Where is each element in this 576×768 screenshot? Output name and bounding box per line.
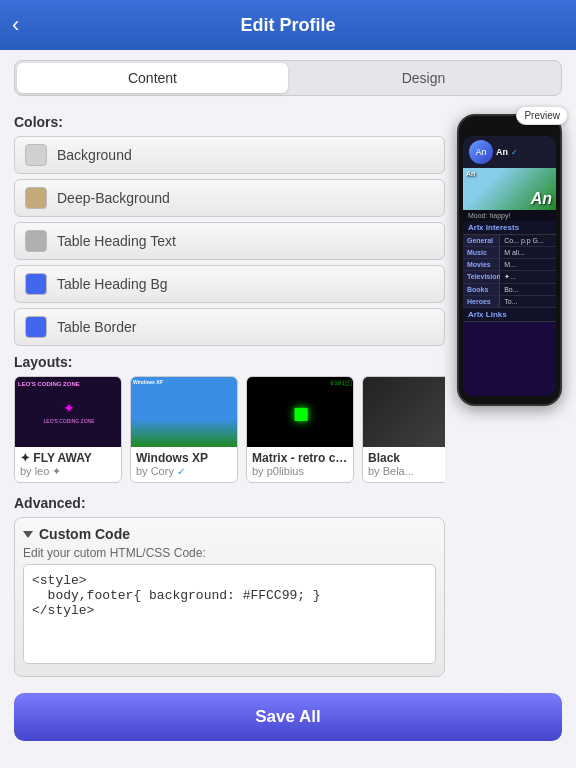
phone-notch	[490, 124, 530, 132]
layout-name-winxp: Windows XP	[136, 451, 232, 465]
ps-banner: An An	[463, 168, 556, 210]
layout-thumb-black	[363, 377, 445, 447]
table-row: Heroes To...	[463, 296, 556, 308]
color-name-table-border: Table Border	[57, 319, 136, 335]
layout-author-black: by Bela...	[368, 465, 445, 477]
ps-links-title: Arīx Links	[463, 308, 556, 322]
color-name-table-heading-text: Table Heading Text	[57, 233, 176, 249]
table-cell-key: Movies	[463, 259, 500, 270]
layout-thumb-winxp	[131, 377, 238, 447]
table-cell-key: General	[463, 235, 500, 246]
colors-label: Colors:	[14, 114, 445, 130]
left-panel: Colors: Background Deep-Background Table…	[14, 106, 445, 685]
table-cell-val: Co... p.p G...	[500, 235, 556, 246]
table-row: Television ✦...	[463, 271, 556, 284]
layout-name-black: Black	[368, 451, 445, 465]
code-editor[interactable]: <style> body,footer{ background: #FFCC99…	[23, 564, 436, 664]
layouts-list: ✦ LEO'S CODING ZONE ✦ FLY AWAY by leo ✦ …	[14, 376, 445, 487]
color-swatch-table-border	[25, 316, 47, 338]
color-row-table-heading-text[interactable]: Table Heading Text	[14, 222, 445, 260]
color-row-deep-background[interactable]: Deep-Background	[14, 179, 445, 217]
table-row: Books Bo...	[463, 284, 556, 296]
table-row: Movies M...	[463, 259, 556, 271]
triangle-icon	[23, 531, 33, 538]
tab-bar: Content Design	[14, 60, 562, 96]
layout-card-black[interactable]: Black by Bela...	[362, 376, 445, 483]
ps-verified-icon: ✓	[511, 148, 518, 157]
ps-profile-header: An An ✓	[463, 136, 556, 168]
layout-name-fly-away: ✦ FLY AWAY	[20, 451, 116, 465]
advanced-label: Advanced:	[14, 495, 445, 511]
table-row: Music M ali...	[463, 247, 556, 259]
ps-banner-text: An	[531, 190, 552, 208]
layout-thumb-matrix: ■	[247, 377, 354, 447]
header: ‹ Edit Profile	[0, 0, 576, 50]
preview-button[interactable]: Preview	[516, 106, 568, 125]
phone-screen: An An ✓ An An Mood: happy! Arīx Interest…	[463, 136, 556, 396]
layout-name-matrix: Matrix - retro computer with green CRT	[252, 451, 348, 465]
back-button[interactable]: ‹	[12, 12, 19, 38]
table-cell-key: Music	[463, 247, 500, 258]
color-row-background[interactable]: Background	[14, 136, 445, 174]
custom-code-title: Custom Code	[39, 526, 130, 542]
color-name-background: Background	[57, 147, 132, 163]
save-all-button[interactable]: Save All	[14, 693, 562, 741]
tab-content[interactable]: Content	[17, 63, 288, 93]
layout-card-fly-away[interactable]: ✦ LEO'S CODING ZONE ✦ FLY AWAY by leo ✦	[14, 376, 122, 483]
layouts-label: Layouts:	[14, 354, 445, 370]
color-row-table-heading-bg[interactable]: Table Heading Bg	[14, 265, 445, 303]
layout-info-black: Black by Bela...	[363, 447, 445, 481]
layout-author-fly-away: by leo ✦	[20, 465, 116, 478]
color-name-table-heading-bg: Table Heading Bg	[57, 276, 168, 292]
layout-card-winxp[interactable]: Windows XP by Cory ✓	[130, 376, 238, 483]
color-row-table-border[interactable]: Table Border	[14, 308, 445, 346]
layout-author-winxp: by Cory ✓	[136, 465, 232, 477]
layout-info-winxp: Windows XP by Cory ✓	[131, 447, 237, 481]
layout-author-matrix: by p0libius	[252, 465, 348, 477]
ps-mood: Mood: happy!	[463, 210, 556, 221]
advanced-box: Custom Code Edit your cutom HTML/CSS Cod…	[14, 517, 445, 677]
layout-info-matrix: Matrix - retro computer with green CRT b…	[247, 447, 353, 481]
table-cell-val: ✦...	[500, 271, 556, 283]
layout-info-fly-away: ✦ FLY AWAY by leo ✦	[15, 447, 121, 482]
code-hint: Edit your cutom HTML/CSS Code:	[23, 546, 436, 560]
table-cell-key: Heroes	[463, 296, 500, 307]
phone-mockup: Preview An An ✓ An An Mood: happy! Arīx …	[457, 114, 562, 685]
phone-outer: An An ✓ An An Mood: happy! Arīx Interest…	[457, 114, 562, 406]
layout-thumb-fly-away: ✦ LEO'S CODING ZONE	[15, 377, 122, 447]
color-swatch-table-heading-bg	[25, 273, 47, 295]
color-swatch-deep-background	[25, 187, 47, 209]
tab-design[interactable]: Design	[288, 63, 559, 93]
table-row: General Co... p.p G...	[463, 235, 556, 247]
ps-username: An	[496, 147, 508, 157]
layout-card-matrix[interactable]: ■ Matrix - retro computer with green CRT…	[246, 376, 354, 483]
main-content: Colors: Background Deep-Background Table…	[0, 106, 576, 685]
table-cell-val: Bo...	[500, 284, 556, 295]
ps-interests-title: Arīx Interests	[463, 221, 556, 235]
page-title: Edit Profile	[240, 15, 335, 36]
ps-avatar: An	[469, 140, 493, 164]
color-swatch-background	[25, 144, 47, 166]
table-cell-val: M ali...	[500, 247, 556, 258]
custom-code-toggle[interactable]: Custom Code	[23, 526, 436, 542]
table-cell-val: M...	[500, 259, 556, 270]
table-cell-val: To...	[500, 296, 556, 307]
table-cell-key: Television	[463, 271, 500, 283]
color-name-deep-background: Deep-Background	[57, 190, 170, 206]
table-cell-key: Books	[463, 284, 500, 295]
color-swatch-table-heading-text	[25, 230, 47, 252]
